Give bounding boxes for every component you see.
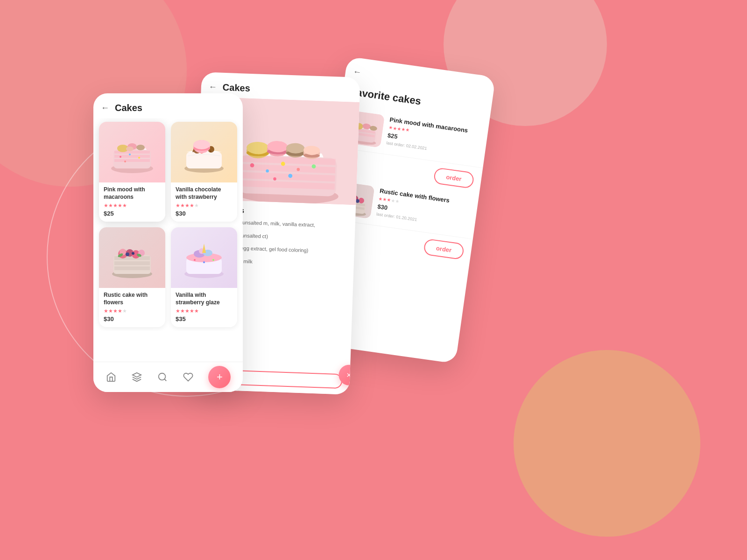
product-grid: Pink mood with macaroons ★★★★★ $25 xyxy=(93,118,243,331)
product-name-1: Pink mood with macaroons xyxy=(104,186,161,201)
product-image-3 xyxy=(99,227,165,288)
screens-container: ← Cakes xyxy=(93,37,607,504)
product-card-2[interactable]: Vanilla chocolate with strawberry ★★★★★ … xyxy=(171,122,237,222)
product-image-2 xyxy=(171,122,237,182)
product-card-4[interactable]: Vanilla with strawberry glaze ★★★★★ $35 xyxy=(171,227,237,327)
svg-point-21 xyxy=(193,140,210,149)
svg-marker-42 xyxy=(202,244,206,253)
cake-svg-1 xyxy=(104,124,160,180)
detail-title: Cakes xyxy=(222,82,250,94)
svg-point-10 xyxy=(129,154,131,155)
svg-point-9 xyxy=(120,156,121,158)
bottom-nav: + xyxy=(93,362,243,392)
product-info-1: Pink mood with macaroons ★★★★★ $25 xyxy=(99,182,165,222)
svg-point-35 xyxy=(132,252,134,255)
nav-heart[interactable] xyxy=(183,371,194,383)
product-card-1[interactable]: Pink mood with macaroons ★★★★★ $25 xyxy=(99,122,165,222)
product-name-4: Vanilla with strawberry glaze xyxy=(176,292,233,306)
order-button-2[interactable]: order xyxy=(423,238,465,260)
product-info-2: Vanilla chocolate with strawberry ★★★★★ … xyxy=(171,182,237,222)
product-price-1: $25 xyxy=(104,210,161,217)
main-title: Cakes xyxy=(115,103,142,113)
product-name-3: Rustic cake with flowers xyxy=(104,292,161,306)
main-back-button[interactable]: ← xyxy=(101,103,109,113)
product-image-4 xyxy=(171,227,237,288)
screen-main: ← Cakes xyxy=(93,93,243,392)
nav-home[interactable] xyxy=(106,371,117,383)
product-image-1 xyxy=(99,122,165,182)
svg-point-45 xyxy=(212,259,214,261)
product-stars-4: ★★★★★ xyxy=(176,308,233,314)
svg-rect-26 xyxy=(114,266,150,270)
product-info-4: Vanilla with strawberry glaze ★★★★★ $35 xyxy=(171,288,237,327)
nav-search[interactable] xyxy=(157,371,168,383)
svg-point-7 xyxy=(136,145,145,150)
product-price-2: $30 xyxy=(176,210,233,217)
svg-point-8 xyxy=(126,147,134,151)
svg-point-34 xyxy=(126,252,129,256)
svg-rect-4 xyxy=(114,159,150,162)
main-header: ← Cakes xyxy=(93,93,243,118)
nav-layers[interactable] xyxy=(131,371,142,383)
cake-svg-4 xyxy=(176,230,232,286)
detail-back-button[interactable]: ← xyxy=(208,82,217,92)
svg-point-46 xyxy=(159,373,166,380)
product-price-4: $35 xyxy=(176,315,233,322)
cake-svg-2 xyxy=(176,124,232,180)
fav-info-1: Pink mood with macaroons ★★★★★ $25 last … xyxy=(386,116,481,158)
fav-info-2: Rustic cake with flowers ★★★★★ $30 last … xyxy=(376,187,471,229)
svg-line-47 xyxy=(164,379,166,381)
product-card-3[interactable]: Rustic cake with flowers ★★★★★ $30 xyxy=(99,227,165,327)
svg-rect-25 xyxy=(114,261,150,265)
nav-add-button[interactable]: + xyxy=(208,366,231,388)
product-price-3: $30 xyxy=(104,315,161,322)
product-stars-2: ★★★★★ xyxy=(176,203,233,209)
order-button-1[interactable]: order xyxy=(433,167,474,189)
close-detail-button[interactable]: × xyxy=(338,364,360,386)
svg-point-44 xyxy=(203,261,205,263)
product-stars-3: ★★★★★ xyxy=(104,308,161,314)
favorites-back-button[interactable]: ← xyxy=(352,67,362,77)
product-stars-1: ★★★★★ xyxy=(104,203,161,209)
svg-point-43 xyxy=(194,259,196,261)
svg-point-12 xyxy=(124,161,126,162)
cake-svg-3 xyxy=(104,230,160,286)
product-name-2: Vanilla chocolate with strawberry xyxy=(176,186,233,201)
product-info-3: Rustic cake with flowers ★★★★★ $30 xyxy=(99,288,165,327)
svg-point-11 xyxy=(138,157,140,159)
